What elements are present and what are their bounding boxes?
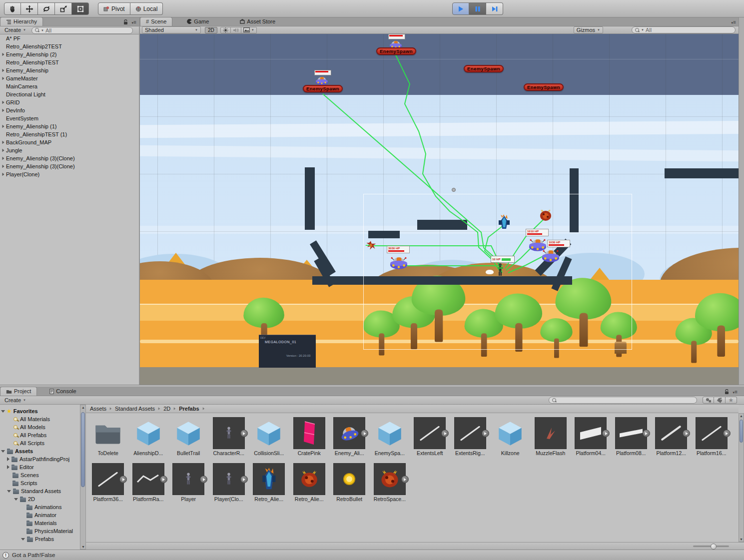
breadcrumb-item-current[interactable]: Prefabs: [179, 406, 199, 412]
thumbnail-size-slider[interactable]: [693, 546, 729, 547]
expand-asset-icon[interactable]: [240, 430, 248, 437]
tree-item[interactable]: Editor: [0, 463, 80, 471]
expand-arrow-icon[interactable]: [1, 450, 5, 453]
expand-asset-icon[interactable]: [482, 430, 489, 437]
tree-item[interactable]: PhysicsMaterial: [0, 527, 80, 535]
asset-item[interactable]: AlienshipD...: [128, 417, 169, 456]
hierarchy-item[interactable]: GameMaster: [0, 74, 139, 82]
expand-asset-icon[interactable]: [602, 430, 610, 437]
tree-scrollbar[interactable]: ▲ ▼: [80, 405, 86, 550]
line-sprite-icon[interactable]: [655, 417, 687, 449]
tree-item[interactable]: Animator: [0, 511, 80, 519]
expand-arrow-icon[interactable]: [7, 490, 11, 493]
tree-item[interactable]: AstarPathfindingProj: [0, 455, 80, 463]
expand-asset-icon[interactable]: [683, 430, 690, 437]
expand-asset-icon[interactable]: [160, 476, 167, 483]
info-icon[interactable]: !: [2, 552, 9, 559]
expand-arrow-icon[interactable]: [7, 457, 9, 461]
prefab-cube-icon[interactable]: [132, 417, 164, 449]
platform[interactable]: [305, 167, 315, 230]
filter-by-label-icon[interactable]: [714, 397, 726, 404]
prefab-cube-icon[interactable]: [374, 417, 406, 449]
red-ship-sprite-icon[interactable]: [293, 463, 325, 495]
create-dropdown[interactable]: Create▼: [2, 27, 28, 34]
asset-item[interactable]: Player(Clo...: [209, 463, 249, 502]
asset-item[interactable]: PlatformRa...: [128, 463, 169, 502]
expand-arrow-icon[interactable]: [21, 538, 25, 541]
hierarchy-item[interactable]: BackGround_MAP: [0, 138, 139, 146]
blue-ship-sprite-icon[interactable]: [253, 463, 285, 495]
hierarchy-item[interactable]: Enemy_Alienship (1): [0, 122, 139, 130]
expand-arrow-icon[interactable]: [2, 77, 4, 80]
character-sprite-icon[interactable]: [213, 463, 245, 495]
expand-arrow-icon[interactable]: [2, 109, 4, 112]
tree-item[interactable]: All Materials: [0, 415, 80, 423]
enemy-ufo-sprite[interactable]: [389, 255, 409, 271]
expand-arrow-icon[interactable]: [1, 410, 5, 413]
scroll-down-icon[interactable]: ▼: [81, 545, 85, 549]
project-search-input[interactable]: [558, 397, 694, 403]
panel-menu-icon[interactable]: ▼≡: [732, 389, 737, 395]
asset-item[interactable]: ExtentsLeft: [410, 417, 450, 456]
expand-asset-icon[interactable]: [361, 430, 368, 437]
expand-arrow-icon[interactable]: [2, 173, 4, 176]
hierarchy-item[interactable]: Enemy_Alienship (3)(Clone): [0, 154, 139, 162]
expand-arrow-icon[interactable]: [2, 125, 4, 128]
enemy-creature-sprite[interactable]: [365, 241, 377, 251]
asset-item[interactable]: Retro_Alie...: [289, 463, 330, 502]
prefab-cube-icon[interactable]: [494, 417, 526, 449]
scene-gizmo-dot[interactable]: [452, 188, 456, 192]
gizmos-dropdown[interactable]: Gizmos▼: [574, 26, 603, 33]
local-toggle-button[interactable]: Local: [130, 2, 163, 15]
hierarchy-item[interactable]: A* PF: [0, 34, 139, 42]
line-sprite-icon[interactable]: [454, 417, 486, 449]
panel-menu-icon[interactable]: ▼≡: [131, 19, 136, 25]
shading-mode-dropdown[interactable]: Shaded▼: [142, 26, 201, 33]
grid-scrollbar[interactable]: ▲ ▼: [739, 413, 744, 542]
hand-tool-icon[interactable]: [4, 2, 21, 15]
hierarchy-item[interactable]: Retro_Alienship2TEST: [0, 42, 139, 50]
ufo-sprite-icon[interactable]: [333, 417, 365, 449]
hierarchy-item[interactable]: DevInfo: [0, 106, 139, 114]
expand-asset-icon[interactable]: [723, 430, 731, 437]
scene-lighting-toggle[interactable]: [220, 27, 231, 33]
tree-item[interactable]: 2D: [0, 495, 80, 503]
zigzag-sprite-icon[interactable]: [132, 463, 164, 495]
enemy-ufo-sprite[interactable]: [541, 248, 561, 264]
prefab-cube-icon[interactable]: [172, 417, 204, 449]
slider-knob[interactable]: [711, 544, 717, 550]
expand-asset-icon[interactable]: [441, 430, 449, 437]
lock-icon[interactable]: [725, 389, 729, 395]
asset-item[interactable]: BulletTrail: [168, 417, 209, 456]
asset-item[interactable]: Enemy_Ali...: [329, 417, 370, 456]
tree-item[interactable]: Scripts: [0, 479, 80, 487]
tree-item-assets[interactable]: Assets: [0, 447, 80, 455]
tree-item[interactable]: Scenes: [0, 471, 80, 479]
hierarchy-search-input[interactable]: [45, 27, 129, 33]
2d-mode-toggle[interactable]: 2D: [205, 27, 217, 33]
tab-console[interactable]: Console: [44, 387, 81, 396]
tree-item[interactable]: Materials: [0, 519, 80, 527]
asset-item[interactable]: Platform16...: [692, 417, 732, 456]
tab-scene[interactable]: #Scene: [140, 17, 172, 26]
asset-item[interactable]: CratePink: [289, 417, 330, 456]
expand-arrow-icon[interactable]: [7, 465, 9, 469]
expand-arrow-icon[interactable]: [2, 101, 4, 104]
line-sprite-icon[interactable]: [92, 463, 124, 495]
asset-item[interactable]: EnemySpa...: [370, 417, 410, 456]
scroll-up-icon[interactable]: ▲: [81, 406, 85, 409]
scale-tool-icon[interactable]: [55, 2, 72, 15]
folder-asset-icon[interactable]: [92, 417, 124, 449]
hierarchy-item[interactable]: Directional Light: [0, 90, 139, 98]
muzzle-flash-icon[interactable]: [535, 417, 567, 449]
hierarchy-item[interactable]: Enemy_Alienship (3)(Clone): [0, 162, 139, 170]
asset-item[interactable]: RetroSpace...: [370, 463, 410, 502]
tree-item-favorites[interactable]: ★Favorites: [0, 407, 80, 415]
asset-item[interactable]: Platform04...: [571, 417, 611, 456]
move-tool-icon[interactable]: [21, 2, 38, 15]
platform-sprite-icon[interactable]: [615, 417, 647, 449]
asset-item[interactable]: CollisionSli...: [249, 417, 289, 456]
expand-asset-icon[interactable]: [119, 476, 127, 483]
platform[interactable]: [665, 168, 739, 178]
rotate-tool-icon[interactable]: [38, 2, 55, 15]
